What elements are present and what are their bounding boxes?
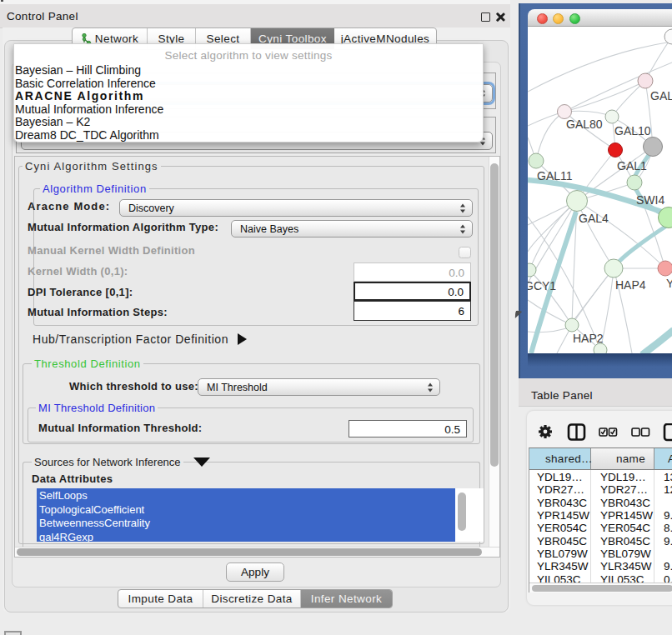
- svg-text:GCY1: GCY1: [528, 279, 556, 292]
- svg-text:HAP2: HAP2: [573, 332, 604, 345]
- svg-text:GAL11: GAL11: [537, 169, 573, 182]
- svg-text:HAP4: HAP4: [615, 278, 646, 292]
- svg-text:GAL1: GAL1: [617, 159, 647, 172]
- svg-text:GAL7: GAL7: [650, 89, 672, 102]
- svg-text:GAL4: GAL4: [579, 212, 609, 225]
- svg-text:GAL10: GAL10: [614, 124, 651, 138]
- svg-text:GAL80: GAL80: [566, 118, 603, 131]
- svg-text:SWI4: SWI4: [636, 193, 664, 207]
- svg-text:YD: YD: [666, 277, 672, 290]
